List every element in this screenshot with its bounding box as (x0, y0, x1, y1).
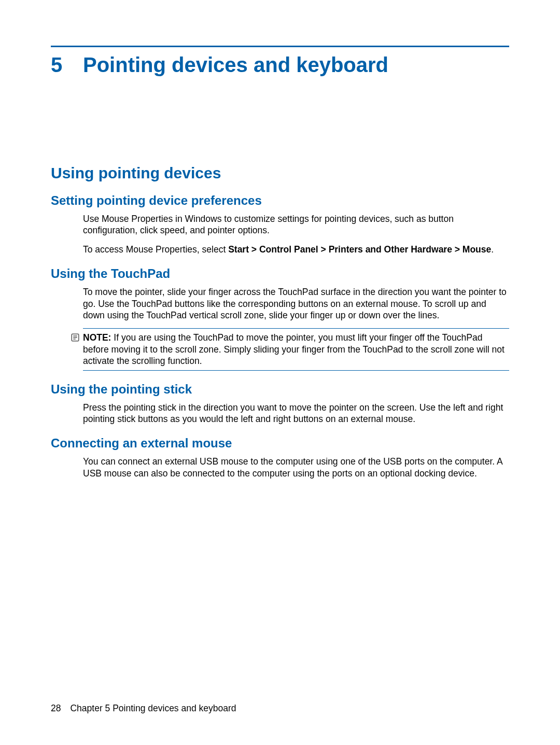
subheading-pointing-stick: Using the pointing stick (51, 382, 509, 397)
paragraph: To access Mouse Properties, select Start… (83, 244, 509, 255)
text-run: To access Mouse Properties, select (83, 244, 228, 255)
menu-path-bold: Start > Control Panel > Printers and Oth… (228, 244, 491, 255)
document-page: 5 Pointing devices and keyboard Using po… (0, 0, 560, 745)
subheading-external-mouse: Connecting an external mouse (51, 436, 509, 451)
page-number: 28 (51, 703, 61, 713)
note-rule (83, 370, 509, 371)
note-text: NOTE: If you are using the TouchPad to m… (83, 332, 509, 367)
chapter-rule (51, 46, 509, 47)
page-footer: 28Chapter 5 Pointing devices and keyboar… (51, 703, 236, 714)
subheading-touchpad: Using the TouchPad (51, 266, 509, 281)
note-label: NOTE: (83, 332, 111, 343)
paragraph: You can connect an external USB mouse to… (83, 456, 509, 479)
paragraph: Press the pointing stick in the directio… (83, 402, 509, 425)
note-body: If you are using the TouchPad to move th… (83, 332, 505, 366)
paragraph: Use Mouse Properties in Windows to custo… (83, 213, 509, 236)
paragraph: To move the pointer, slide your finger a… (83, 286, 509, 321)
note-icon (71, 332, 83, 344)
chapter-number: 5 (51, 53, 83, 76)
text-run: . (491, 244, 494, 255)
footer-text: Chapter 5 Pointing devices and keyboard (70, 703, 236, 713)
note-block: NOTE: If you are using the TouchPad to m… (71, 328, 509, 370)
chapter-title: Pointing devices and keyboard (83, 53, 388, 76)
note-content: NOTE: If you are using the TouchPad to m… (71, 329, 509, 370)
section-heading-1: Using pointing devices (51, 164, 509, 182)
subheading-preferences: Setting pointing device preferences (51, 193, 509, 208)
chapter-heading: 5 Pointing devices and keyboard (51, 53, 509, 76)
